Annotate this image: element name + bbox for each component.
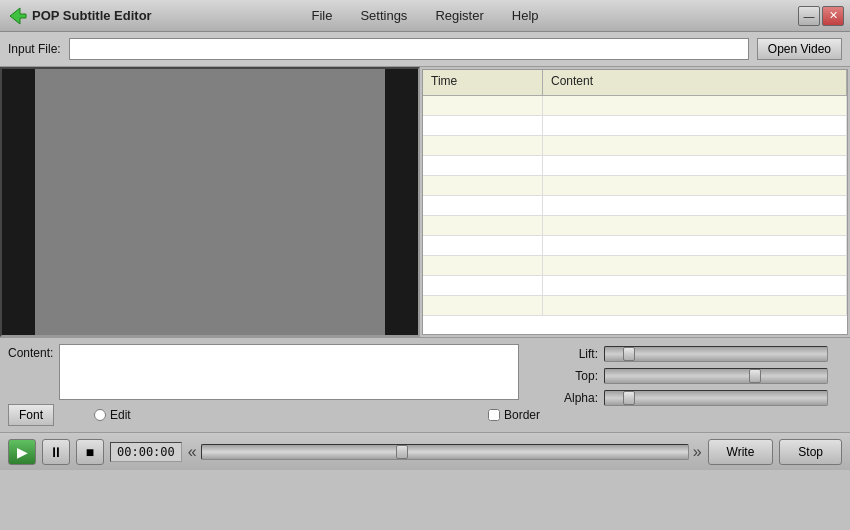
app-logo: POP Subtitle Editor <box>8 6 152 26</box>
write-button[interactable]: Write <box>708 439 774 465</box>
menu-help[interactable]: Help <box>508 6 543 25</box>
alpha-slider-row: Alpha: <box>558 390 828 406</box>
content-label: Content: <box>8 344 53 360</box>
border-label: Border <box>504 408 540 422</box>
top-thumb[interactable] <box>749 369 761 383</box>
seek-bar-container: « » <box>188 443 702 461</box>
menu-file[interactable]: File <box>307 6 336 25</box>
app-title: POP Subtitle Editor <box>32 8 152 23</box>
stop-transport-button[interactable]: ■ <box>76 439 104 465</box>
table-body[interactable] <box>423 96 847 334</box>
svg-marker-0 <box>10 8 26 24</box>
input-file-row: Input File: Open Video <box>0 32 850 67</box>
main-area: Time Content <box>0 67 850 337</box>
table-row[interactable] <box>423 136 847 156</box>
video-display <box>2 69 418 335</box>
table-row[interactable] <box>423 156 847 176</box>
lift-slider-row: Lift: <box>558 346 828 362</box>
lift-track[interactable] <box>604 346 828 362</box>
seek-thumb[interactable] <box>396 445 408 459</box>
input-file-label: Input File: <box>8 42 61 56</box>
open-video-button[interactable]: Open Video <box>757 38 842 60</box>
table-row[interactable] <box>423 96 847 116</box>
alpha-thumb[interactable] <box>623 391 635 405</box>
table-row[interactable] <box>423 216 847 236</box>
rewind-icon[interactable]: « <box>188 443 197 461</box>
play-button[interactable]: ▶ <box>8 439 36 465</box>
sliders-panel: Lift: Top: Alpha: <box>558 344 828 406</box>
table-row[interactable] <box>423 236 847 256</box>
table-row[interactable] <box>423 196 847 216</box>
seek-bar[interactable] <box>201 444 689 460</box>
content-row: Content: Font Edit Border <box>0 338 850 432</box>
time-display: 00:00:00 <box>110 442 182 462</box>
title-bar: POP Subtitle Editor File Settings Regist… <box>0 0 850 32</box>
table-row[interactable] <box>423 276 847 296</box>
transport-bar: ▶ ⏸ ■ 00:00:00 « » Write Stop <box>0 432 850 470</box>
content-textarea[interactable] <box>59 344 519 400</box>
pause-button[interactable]: ⏸ <box>42 439 70 465</box>
table-row[interactable] <box>423 176 847 196</box>
table-row[interactable] <box>423 116 847 136</box>
table-row[interactable] <box>423 256 847 276</box>
subtitle-table: Time Content <box>422 69 848 335</box>
logo-icon <box>8 6 28 26</box>
table-header-time: Time <box>423 70 543 95</box>
bottom-section: Content: Font Edit Border <box>0 337 850 470</box>
font-button[interactable]: Font <box>8 404 54 426</box>
close-button[interactable]: ✕ <box>822 6 844 26</box>
forward-icon[interactable]: » <box>693 443 702 461</box>
stop-button[interactable]: Stop <box>779 439 842 465</box>
menu-register[interactable]: Register <box>431 6 487 25</box>
play-icon: ▶ <box>17 444 28 460</box>
table-row[interactable] <box>423 296 847 316</box>
pause-icon: ⏸ <box>49 444 63 460</box>
edit-label: Edit <box>110 408 131 422</box>
top-slider-row: Top: <box>558 368 828 384</box>
menu-settings[interactable]: Settings <box>356 6 411 25</box>
lift-thumb[interactable] <box>623 347 635 361</box>
menu-bar: File Settings Register Help <box>307 6 542 25</box>
stop-icon: ■ <box>86 444 94 460</box>
alpha-track[interactable] <box>604 390 828 406</box>
video-panel <box>0 67 420 337</box>
minimize-button[interactable]: — <box>798 6 820 26</box>
top-track[interactable] <box>604 368 828 384</box>
edit-radio[interactable] <box>94 409 106 421</box>
table-header-content: Content <box>543 70 847 95</box>
border-checkbox[interactable] <box>488 409 500 421</box>
alpha-label: Alpha: <box>558 391 598 405</box>
lift-label: Lift: <box>558 347 598 361</box>
table-header: Time Content <box>423 70 847 96</box>
top-label: Top: <box>558 369 598 383</box>
window-controls: — ✕ <box>798 6 844 26</box>
input-file-field[interactable] <box>69 38 749 60</box>
